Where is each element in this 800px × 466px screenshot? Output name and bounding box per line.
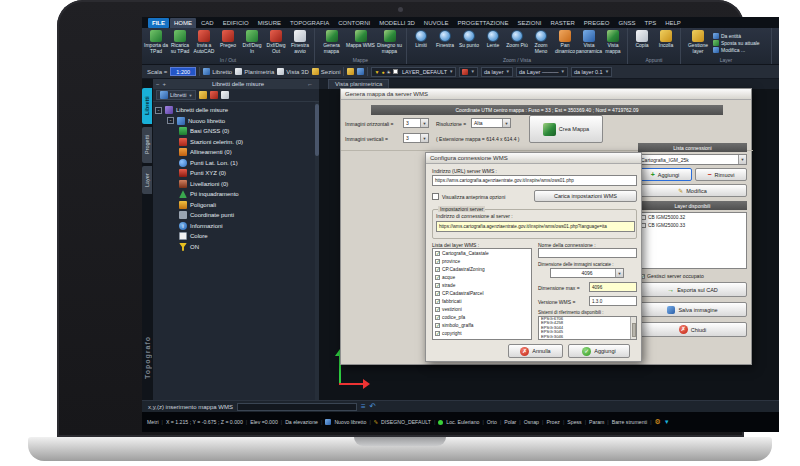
tree-informazioni[interactable]: iInformazioni	[155, 221, 319, 232]
checkbox-checked[interactable]	[435, 299, 440, 304]
color-selector[interactable]: ▼	[459, 67, 477, 77]
menu-raster[interactable]: RASTER	[546, 18, 578, 28]
menu-file[interactable]: FILE	[148, 18, 169, 28]
wms-version-input[interactable]: 1.3.0	[589, 296, 637, 306]
srs-scrollbar[interactable]	[630, 317, 636, 339]
menu-modelli3d[interactable]: MODELLI 3D	[375, 18, 419, 28]
sezioni-button[interactable]: Sezioni	[312, 68, 341, 75]
wms-layer-row[interactable]: Cartografia_Catastale	[433, 249, 531, 257]
remove-connection-button[interactable]: −Rimuovi	[695, 168, 747, 181]
command-input[interactable]	[237, 403, 357, 411]
menu-cad[interactable]: CAD	[197, 18, 218, 28]
ribbon-zoom-piu[interactable]: Zoom Più	[505, 29, 529, 56]
ribbon-pan[interactable]: Pan dinamico	[553, 29, 577, 56]
tree-coordinate-punti[interactable]: Coordinate punti	[155, 210, 319, 221]
close-button[interactable]: ✗Chiudi	[638, 322, 747, 337]
checkbox-checked[interactable]	[435, 275, 440, 280]
img-v-combo[interactable]: 3▼	[403, 133, 429, 143]
srs-list[interactable]: EPSG:6706 EPSG:4258 EPSG:3044 EPSG:3045 …	[538, 316, 637, 340]
ribbon-copia[interactable]: Copia	[630, 29, 654, 56]
libretti-dropdown-button[interactable]: Libretti▼	[156, 90, 196, 100]
tree-punti-xyz[interactable]: Punti XYZ (0)	[155, 168, 319, 179]
server-address-input[interactable]: https://wms.cartografia.agenziaentrate.g…	[436, 221, 635, 232]
scale-input[interactable]: 1:200	[170, 67, 196, 76]
save-image-button[interactable]: Salva immagine	[638, 302, 747, 317]
ribbon-vista-panoramica[interactable]: Vista panoramica	[577, 29, 601, 56]
wms-layer-row[interactable]: vestizioni	[433, 305, 531, 313]
toggle-param[interactable]: Param	[589, 419, 604, 425]
toggle-osnap[interactable]: Osnap	[524, 419, 539, 425]
ribbon-dxf-in[interactable]: Dxf/Dwg In	[240, 29, 264, 56]
command-list-icon[interactable]: ≡	[361, 403, 366, 411]
pins-tool-icon[interactable]	[199, 91, 207, 99]
checkbox-checked[interactable]	[435, 307, 440, 312]
wms-layer-row[interactable]: province	[433, 257, 531, 265]
wms-layer-row[interactable]: acque	[433, 273, 531, 281]
tree-colore[interactable]: Colore	[155, 231, 319, 242]
checkbox-checked[interactable]	[435, 283, 440, 288]
checkbox-checked[interactable]	[435, 323, 440, 328]
wms-layer-row[interactable]: CP.CadastralParcel	[433, 289, 531, 297]
ribbon-ricarica-tpad[interactable]: Ricarica su TPad	[168, 29, 192, 56]
checkbox-checked[interactable]	[435, 267, 440, 272]
load-settings-button[interactable]: Carica impostazioni WMS	[534, 190, 637, 202]
menu-edificio[interactable]: EDIFICIO	[219, 18, 253, 28]
layer-row[interactable]: CB IGM25000.32	[639, 213, 746, 221]
scale-tool-icon[interactable]	[221, 91, 229, 99]
ribbon-su-punto[interactable]: Su punto	[457, 29, 481, 56]
srs-row[interactable]: EPSG:25832	[539, 339, 636, 340]
available-layers-list[interactable]: CB IGM25000.32 CB IGM25000.33	[638, 212, 747, 269]
wms-layer-row[interactable]: simbolo_graffa	[433, 321, 531, 329]
edit-connection-button[interactable]: ✎Modifica	[638, 184, 747, 197]
da-layer-selector[interactable]: da layer▼	[481, 67, 513, 77]
active-libretto[interactable]: Nuovo libretto	[334, 419, 366, 425]
ribbon-dxf-out[interactable]: Dxf/Dwg Out	[264, 29, 288, 56]
sidebar-tab-layer[interactable]: Layer	[142, 166, 152, 194]
sidebar-tab-progetti[interactable]: Progetti	[142, 127, 152, 163]
ribbon-vista-mappa[interactable]: Vista mappa	[601, 29, 625, 56]
wms-layer-row[interactable]: fabbricati	[433, 297, 531, 305]
loc-mode[interactable]: Loc. Euleriano	[446, 419, 479, 425]
ribbon-modifica-layer[interactable]: Modifica ...	[713, 47, 769, 53]
image-size-combo[interactable]: 4096▼	[550, 268, 624, 278]
toggle-orto[interactable]: Orto	[487, 419, 497, 425]
planimetria-button[interactable]: Planimetria	[235, 68, 274, 75]
toggle-polar[interactable]: Polar	[504, 419, 516, 425]
wms-layer-row[interactable]: CP.CadastralZoning	[433, 265, 531, 273]
checkbox-checked[interactable]	[435, 259, 440, 264]
folder-open-icon[interactable]	[357, 68, 364, 75]
tree-poligonali[interactable]: Poligonali	[155, 200, 319, 211]
url-input[interactable]: https://wms.cartografia.agenziaentrate.g…	[432, 175, 637, 186]
ribbon-importa-tpad[interactable]: Importa da TPad	[144, 29, 168, 56]
tree-on[interactable]: ON	[155, 242, 319, 253]
max-size-input[interactable]: 4096	[589, 282, 637, 292]
toggle-proez[interactable]: Proez	[546, 419, 560, 425]
ribbon-da-entita[interactable]: Da entità	[713, 33, 769, 39]
active-drawing[interactable]: DISEGNO_DEFAULT	[381, 419, 431, 425]
ribbon-disegno-mappa[interactable]: Disegno su mappa	[375, 29, 404, 56]
layer-row[interactable]: CB IGM25000.33	[639, 221, 746, 229]
checkbox-checked[interactable]	[435, 291, 440, 296]
gear-icon[interactable]: ⚙	[655, 418, 661, 426]
checkbox-checked[interactable]	[435, 315, 440, 320]
ribbon-finestra-avvio[interactable]: Finestra avvio	[288, 29, 312, 56]
menu-topografia[interactable]: TOPOGRAFIA	[286, 18, 333, 28]
pin-icon[interactable]: ←	[307, 81, 313, 87]
connection-combo[interactable]: Cartografia_IGM_25k▼	[638, 154, 747, 165]
tree-root-libretti[interactable]: -Libretti delle misure	[155, 105, 319, 116]
ribbon-mappa-wms[interactable]: Mappa WMS	[346, 29, 375, 56]
collapse-box-icon[interactable]: -	[167, 117, 174, 124]
collapse-box-icon[interactable]: -	[155, 107, 162, 114]
ribbon-incolla[interactable]: Incolla	[654, 29, 678, 56]
sidebar-tab-libretti[interactable]: Libretti	[142, 88, 152, 124]
menu-help[interactable]: HELP	[661, 18, 685, 28]
tree-punti-latlon[interactable]: Punti Lat. Lon. (1)	[155, 158, 319, 169]
wms-layer-row[interactable]: codice_pfa	[433, 313, 531, 321]
expand-icon[interactable]: +	[163, 81, 167, 87]
wms-layers-list[interactable]: Cartografia_Catastale province CP.Cadast…	[432, 248, 532, 340]
ribbon-limiti[interactable]: Limiti	[409, 29, 433, 56]
menu-nuvole[interactable]: NUVOLE	[420, 18, 453, 28]
linetype-selector[interactable]: da Layer ———▼	[516, 67, 568, 77]
ribbon-pregeo[interactable]: Pregeo	[216, 29, 240, 56]
menu-tps[interactable]: TPS	[641, 18, 661, 28]
